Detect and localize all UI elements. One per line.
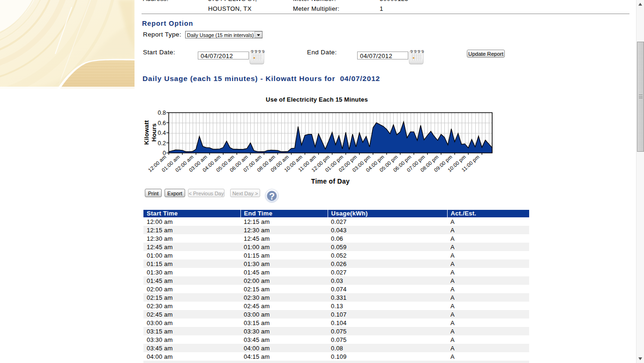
svg-text:Use of Electricity Each 15 Min: Use of Electricity Each 15 Minutes xyxy=(266,96,368,103)
svg-text:0.2: 0.2 xyxy=(158,140,166,147)
svg-text:Hours: Hours xyxy=(150,123,157,141)
svg-text:0.8: 0.8 xyxy=(158,110,166,116)
svg-text:0.6: 0.6 xyxy=(158,120,166,126)
svg-text:Time of Day: Time of Day xyxy=(311,178,350,185)
svg-text:0.4: 0.4 xyxy=(158,130,166,136)
svg-text:9999: 9999 xyxy=(251,49,265,54)
svg-text:Kilowatt: Kilowatt xyxy=(143,120,150,145)
svg-text:?: ? xyxy=(269,191,275,201)
svg-text:9999: 9999 xyxy=(411,49,425,54)
